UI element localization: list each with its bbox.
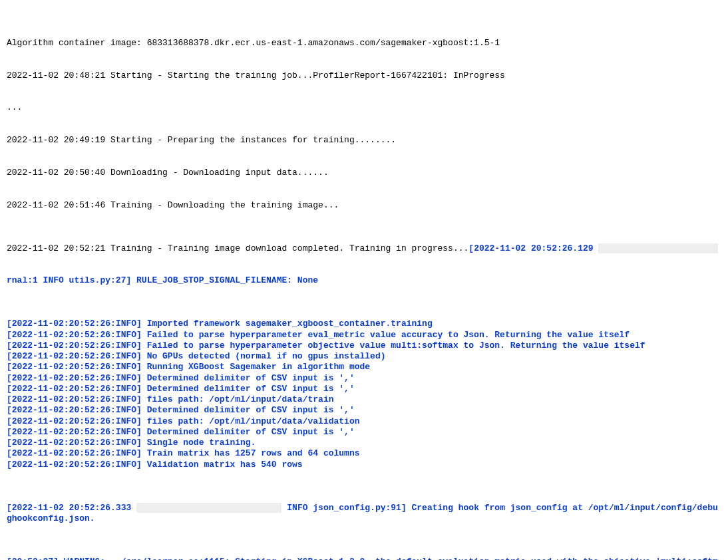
log-line: rnal:1 INFO utils.py:27] RULE_JOB_STOP_S… xyxy=(7,275,721,286)
log-line: Algorithm container image: 683313688378.… xyxy=(7,38,721,49)
log-info-line: [2022-11-02:20:52:26:INFO] Failed to par… xyxy=(7,341,721,351)
log-line: 2022-11-02 20:48:21 Starting - Starting … xyxy=(7,70,721,81)
log-info-line: [2022-11-02:20:52:26:INFO] files path: /… xyxy=(7,416,721,427)
log-info-line: [2022-11-02:20:52:26:INFO] Imported fram… xyxy=(7,319,721,329)
notebook-output[interactable]: Algorithm container image: 683313688378.… xyxy=(0,0,728,560)
log-blue: [2022-11-02 20:52:26.129 xyxy=(468,243,598,253)
log-info-line: [2022-11-02:20:52:26:INFO] Validation ma… xyxy=(7,460,721,470)
log-info-line: [2022-11-02:20:52:26:INFO] files path: /… xyxy=(7,394,721,405)
log-info-line: [2022-11-02:20:52:26:INFO] Determined de… xyxy=(7,384,721,394)
log-line: [2022-11-02 20:52:26.333 INFO json_confi… xyxy=(7,503,721,525)
log-blue: [2022-11-02 20:52:26.333 xyxy=(7,503,136,513)
log-line: 2022-11-02 20:52:21 Training - Training … xyxy=(7,243,721,254)
log-line: 2022-11-02 20:51:46 Training - Downloadi… xyxy=(7,200,721,211)
log-info-line: [2022-11-02:20:52:26:INFO] Train matrix … xyxy=(7,448,721,459)
log-info-line: [2022-11-02:20:52:26:INFO] Determined de… xyxy=(7,405,721,416)
redacted-ip xyxy=(598,243,717,253)
log-line: 2022-11-02 20:50:40 Downloading - Downlo… xyxy=(7,168,721,178)
log-info-line: [2022-11-02:20:52:26:INFO] Single node t… xyxy=(7,438,721,448)
log-text: 2022-11-02 20:52:21 Training - Training … xyxy=(7,243,468,253)
log-info-line: [2022-11-02:20:52:26:INFO] Running XGBoo… xyxy=(7,362,721,372)
log-info-line: [2022-11-02:20:52:26:INFO] No GPUs detec… xyxy=(7,351,721,362)
redacted-ip xyxy=(136,503,281,513)
log-info-line: [2022-11-02:20:52:26:INFO] Failed to par… xyxy=(7,330,721,341)
log-info-line: [2022-11-02:20:52:26:INFO] Determined de… xyxy=(7,427,721,438)
log-warning: [20:52:27] WARNING: ../src/learner.cc:11… xyxy=(7,557,721,560)
log-line: ... xyxy=(7,102,721,113)
log-info-line: [2022-11-02:20:52:26:INFO] Determined de… xyxy=(7,373,721,384)
log-line: 2022-11-02 20:49:19 Starting - Preparing… xyxy=(7,135,721,146)
